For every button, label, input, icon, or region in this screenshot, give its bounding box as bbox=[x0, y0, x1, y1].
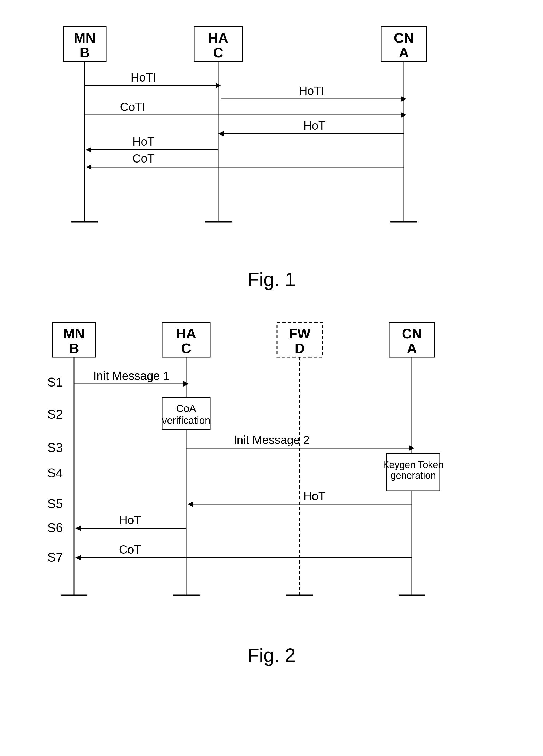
fig2-keygen-label2: generation bbox=[390, 470, 436, 481]
fig1-hoti1-label: HoTI bbox=[131, 71, 156, 84]
fig2-s5-label: S5 bbox=[47, 497, 63, 511]
arrow4-head bbox=[218, 131, 224, 136]
fig1-label: Fig. 1 bbox=[31, 268, 512, 290]
fig2-s7-label: S7 bbox=[47, 550, 63, 564]
fig1-svg: MN B HA C CN A HoTI HoTI bbox=[31, 16, 512, 257]
fig1-cn-a-label: A bbox=[399, 45, 409, 60]
fig2-s6-arrow bbox=[75, 526, 81, 531]
fig2-s4-label: S4 bbox=[47, 466, 63, 480]
fig2-cn-label: CN bbox=[402, 326, 422, 341]
fig1-hot1-label: HoT bbox=[303, 119, 325, 132]
fig1-ha-c-label: C bbox=[213, 45, 223, 60]
fig1-hoti2-label: HoTI bbox=[299, 84, 324, 97]
fig1-mn-label: MN bbox=[74, 30, 95, 46]
fig2-s1-label: S1 bbox=[47, 375, 63, 389]
fig1-cot-label: CoT bbox=[132, 152, 154, 165]
fig2-s3-label: S3 bbox=[47, 441, 63, 455]
fig2-fw-d-label: D bbox=[294, 341, 305, 356]
fig2-keygen-label1: Keygen Token bbox=[383, 459, 444, 470]
fig2-ha-label: HA bbox=[176, 326, 196, 341]
fig2-init2-label: Init Message 2 bbox=[233, 433, 309, 446]
fig2-label: Fig. 2 bbox=[31, 644, 512, 666]
fig2-s5-arrow bbox=[188, 502, 193, 507]
fig2-s7-arrow bbox=[75, 555, 81, 560]
arrow5-head bbox=[86, 147, 91, 152]
fig2-svg: MN B HA C FW D CN A bbox=[31, 312, 512, 632]
fig2-hot-s6-label: HoT bbox=[119, 514, 141, 527]
fig2-s2-label: S2 bbox=[47, 407, 63, 421]
page: MN B HA C CN A HoTI HoTI bbox=[0, 0, 543, 756]
fig2-coa-label1: CoA bbox=[176, 403, 196, 414]
fig1-ha-label: HA bbox=[208, 30, 228, 46]
fig1-coti-label: CoTI bbox=[120, 100, 145, 113]
fig2-mn-b-label: B bbox=[69, 341, 79, 356]
fig2-ha-c-label: C bbox=[181, 341, 191, 356]
fig2-fw-label: FW bbox=[289, 326, 310, 341]
fig2-diagram: MN B HA C FW D CN A bbox=[31, 312, 512, 682]
fig2-mn-label: MN bbox=[63, 326, 85, 341]
fig1-diagram: MN B HA C CN A HoTI HoTI bbox=[31, 16, 512, 306]
fig2-coa-label2: verification bbox=[162, 415, 211, 426]
arrow6-head bbox=[86, 164, 91, 170]
fig2-cn-a-label: A bbox=[407, 341, 417, 356]
fig1-hot2-label: HoT bbox=[132, 135, 154, 148]
fig2-init1-label: Init Message 1 bbox=[93, 369, 169, 382]
fig2-hot-s5-label: HoT bbox=[303, 489, 325, 503]
fig1-cn-label: CN bbox=[394, 30, 414, 46]
fig1-mn-b-label: B bbox=[80, 45, 90, 60]
fig2-s6-label: S6 bbox=[47, 521, 63, 535]
fig2-cot-label: CoT bbox=[119, 543, 141, 556]
